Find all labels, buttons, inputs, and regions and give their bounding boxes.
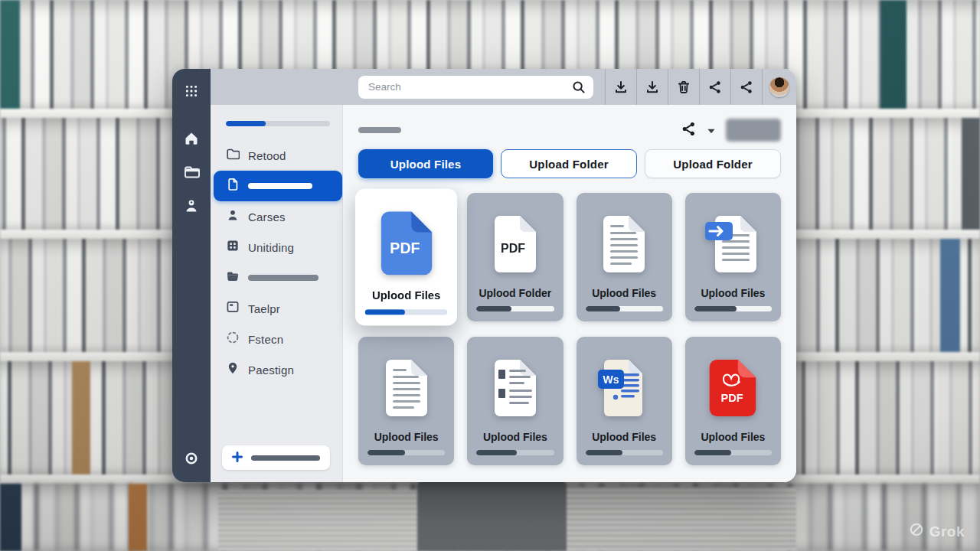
sidebar-item-label: Taelpr xyxy=(248,302,280,315)
panel-icon xyxy=(226,300,240,317)
pdf-badge-text: PDF xyxy=(721,391,743,403)
placeholder-bar xyxy=(248,183,312,189)
grid-icon xyxy=(226,239,240,256)
upload-folder-button-2[interactable]: Upload Folder xyxy=(645,149,781,178)
file-icon xyxy=(226,178,240,194)
folder-open-icon xyxy=(226,269,240,286)
share-icon[interactable] xyxy=(681,121,697,140)
doc-lines-icon xyxy=(599,204,648,284)
pdf-badge-text: PDF xyxy=(501,242,525,255)
card-progress-bar xyxy=(476,450,554,455)
upload-folder-button[interactable]: Upload Folder xyxy=(501,149,637,178)
file-card[interactable]: PDF Uplood Files xyxy=(355,189,457,326)
card-progress-bar xyxy=(476,306,554,311)
sidebar-progress-bar xyxy=(226,121,330,126)
sidebar-item-retood[interactable]: Retood xyxy=(211,140,342,171)
sidebar-item-label: Fstecn xyxy=(248,333,283,346)
file-card[interactable]: Uplood Files xyxy=(685,193,781,321)
watermark-label: Grok xyxy=(929,523,965,540)
watermark: Grok xyxy=(909,522,965,541)
header-placeholder-box xyxy=(726,119,781,142)
sidebar-item-paestign[interactable]: Paestign xyxy=(211,354,342,385)
download-button[interactable] xyxy=(636,69,668,105)
person-icon xyxy=(226,208,240,225)
file-card[interactable]: PDF Uplood Files xyxy=(685,337,781,465)
upload-files-button[interactable]: Uplood Files xyxy=(358,149,493,178)
circle-slash-icon xyxy=(909,522,924,541)
doc-lines-icon xyxy=(382,347,431,428)
topbar xyxy=(211,69,796,105)
upload-button-row: Uplood Files Upload Folder Upload Folder xyxy=(358,149,781,178)
search-icon[interactable] xyxy=(571,80,586,98)
user-icon[interactable] xyxy=(180,194,203,217)
avatar-cell xyxy=(762,69,796,105)
card-progress-bar xyxy=(586,306,663,311)
sidebar-item-unitiding[interactable]: Unitiding xyxy=(211,232,342,262)
card-label: Uplood Files xyxy=(701,431,765,443)
main-header xyxy=(358,115,781,145)
pdf-blue-icon: PDF xyxy=(376,200,436,285)
main-content: Uplood Files Upload Folder Upload Folder… xyxy=(343,105,796,482)
card-label: Uplood Folder xyxy=(479,287,551,299)
placeholder-bar xyxy=(251,455,320,461)
card-label: Uplood Files xyxy=(592,431,656,443)
nav-rail xyxy=(172,69,211,482)
sidebar: Retood Carses Unitiding xyxy=(211,105,343,482)
pdf-sheet-icon: PDF xyxy=(491,204,540,284)
word-doc-icon: Ws xyxy=(598,347,650,428)
sidebar-item-label: Carses xyxy=(248,210,286,223)
file-manager-window: Retood Carses Unitiding xyxy=(172,69,796,482)
card-label: Uplood Files xyxy=(701,287,765,299)
apps-grid-icon[interactable] xyxy=(180,80,203,103)
card-label: Uplood Files xyxy=(372,289,440,302)
card-progress-bar xyxy=(586,450,663,455)
sidebar-item-carses[interactable]: Carses xyxy=(211,201,342,232)
add-new-button[interactable] xyxy=(222,445,330,470)
share-button[interactable] xyxy=(730,69,762,105)
placeholder-bar xyxy=(248,275,318,281)
word-badge-text: Ws xyxy=(603,373,619,386)
card-progress-bar xyxy=(694,450,772,455)
sidebar-item-fstecn[interactable]: Fstecn xyxy=(211,324,342,354)
sidebar-item-selected[interactable] xyxy=(214,171,342,201)
file-card[interactable]: Uplood Files xyxy=(358,337,454,465)
sidebar-item-label: Unitiding xyxy=(248,241,294,254)
placeholder-bar xyxy=(358,127,401,133)
sidebar-item-label: Paestign xyxy=(248,364,294,377)
trash-button[interactable] xyxy=(668,69,699,105)
card-progress-bar xyxy=(694,306,772,311)
search-input[interactable] xyxy=(358,76,593,99)
folder-icon[interactable] xyxy=(180,161,203,184)
sidebar-item-taelpr[interactable]: Taelpr xyxy=(211,293,342,324)
file-card[interactable]: PDF Uplood Folder xyxy=(467,193,563,321)
card-progress-bar xyxy=(368,450,445,455)
sidebar-item-label: Retood xyxy=(248,149,286,162)
file-card[interactable]: Uplood Files xyxy=(467,337,563,465)
download-button[interactable] xyxy=(605,69,636,105)
card-label: Uplood Files xyxy=(592,287,656,299)
plus-icon xyxy=(231,451,243,465)
sidebar-item-placeholder[interactable] xyxy=(211,262,342,293)
file-card[interactable]: Uplood Files xyxy=(577,193,672,321)
record-icon[interactable] xyxy=(180,447,203,470)
sidebar-list: Retood Carses Unitiding xyxy=(211,140,342,385)
caret-down-icon[interactable] xyxy=(707,123,715,137)
home-icon[interactable] xyxy=(180,127,203,150)
doc-export-icon xyxy=(705,204,760,284)
file-card-grid: PDF Uplood Files PDF xyxy=(358,193,781,465)
pin-icon xyxy=(226,361,240,378)
share-button[interactable] xyxy=(699,69,730,105)
file-card[interactable]: Ws Uplood Files xyxy=(577,337,672,465)
folder-icon xyxy=(226,147,240,164)
pdf-badge-text: PDF xyxy=(390,240,420,256)
search-field xyxy=(358,76,593,99)
card-label: Uplood Files xyxy=(483,431,547,443)
card-label: Uplood Files xyxy=(374,431,439,443)
user-avatar[interactable] xyxy=(769,77,789,97)
dashed-circle-icon xyxy=(226,331,240,347)
card-progress-bar xyxy=(365,309,448,315)
doc-list-icon xyxy=(491,347,540,428)
pdf-red-icon: PDF xyxy=(706,347,760,428)
